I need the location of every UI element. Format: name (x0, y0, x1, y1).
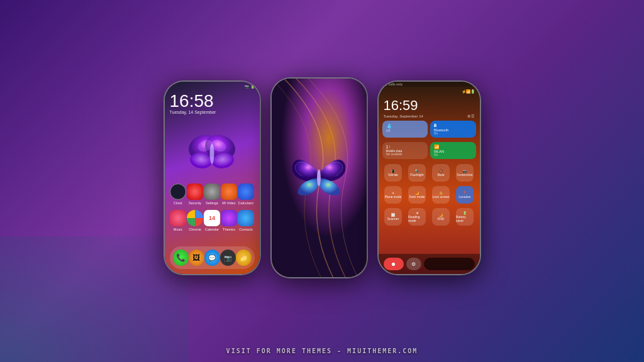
app-mivideo[interactable]: Mi Video (221, 184, 237, 205)
app-music[interactable]: Music (170, 210, 186, 231)
app-mivideo-label: Mi Video (222, 201, 235, 205)
contacts-icon (238, 210, 254, 226)
small-tiles-row-3: ⬜Scanner 👁Reading mode 🌙DND 🔋Battery sav… (379, 207, 480, 227)
app-contacts[interactable]: Contacts (238, 210, 254, 231)
watermark-text: VISIT FOR MORE THEMES - MIUITHEMER.COM (226, 348, 418, 354)
phone-left: 📷 🔋 16:58 Tuesday, 14 September (164, 80, 261, 275)
notification-text: ncy calls only (382, 82, 403, 86)
calendar-icon: 14 (204, 210, 220, 226)
tile-screenshot[interactable]: 📷Screenshot (456, 164, 474, 182)
app-themes-label: Themes (223, 228, 235, 231)
clock-icon (170, 184, 186, 200)
app-calculator-label: Calculator (238, 201, 254, 205)
small-tiles-row-1: 📳Vibrate 🔦Flashlight 🔕Mute 📷Screenshot (379, 163, 480, 183)
bottom-btn-slider[interactable] (424, 258, 475, 270)
quick-tiles-row-1: 💧 Off Ƀ Bluetooth On (379, 119, 480, 139)
small-tiles-row-2: ✈Plane mode 🌙Dark mode 🔒Lock screen 📍Loc… (379, 185, 480, 205)
dock-phone[interactable]: 📞 (173, 250, 189, 266)
quick-tile-bluetooth[interactable]: Ƀ Bluetooth On (430, 121, 476, 138)
clock-display-left: 16:58 (170, 92, 255, 110)
app-chrome[interactable]: Chrome (187, 210, 203, 231)
dock-gallery[interactable]: 🖼 (189, 250, 204, 266)
status-bar-left: 📷 🔋 (165, 82, 260, 90)
app-contacts-label: Contacts (239, 228, 253, 231)
tile-vibrate[interactable]: 📳Vibrate (384, 164, 402, 182)
phone-center (270, 77, 368, 278)
tile-mute[interactable]: 🔕Mute (432, 164, 450, 182)
date-display-left: Tuesday, 14 September (170, 110, 255, 114)
phone-right: ncy calls only ⚡📶🔋 16:59 Tuesday, Septem… (377, 80, 481, 275)
status-icons-right: ⚡📶🔋 (462, 89, 475, 94)
tile-battery-saver[interactable]: 🔋Battery saver (456, 208, 474, 226)
tile-reading-mode[interactable]: 👁Reading mode (408, 208, 426, 226)
app-settings[interactable]: Settings (204, 184, 220, 205)
chrome-icon (187, 210, 203, 226)
date-display-right: Tuesday, September 14 ⚙ ☰ (384, 114, 475, 118)
notification-bar-right: ncy calls only (379, 82, 480, 87)
app-row-1: Clock Security Settings Mi Video (170, 184, 255, 205)
quick-tile-mobile-data[interactable]: 1↑ Mobile data Not available (382, 142, 428, 159)
time-right: 16:59 Tuesday, September 14 ⚙ ☰ (379, 95, 480, 119)
butterfly-image-left (184, 132, 240, 176)
calculator-icon (238, 184, 254, 200)
tile-location[interactable]: 📍Location (456, 186, 474, 204)
themes-icon (221, 210, 237, 226)
tile-scanner[interactable]: ⬜Scanner (384, 208, 402, 226)
bottom-btn-record[interactable]: ⏺ (384, 258, 404, 270)
app-security-label: Security (189, 201, 201, 205)
quick-tiles-row-2: 1↑ Mobile data Not available 📶 WLAN On (379, 141, 480, 160)
app-grid-left: Clock Security Settings Mi Video (165, 184, 260, 236)
dock-messages[interactable]: 💬 (204, 250, 220, 266)
app-settings-label: Settings (206, 201, 218, 205)
app-row-2: Music Chrome 14 Calendar Themes (170, 210, 255, 231)
music-icon (170, 210, 186, 226)
dock-files[interactable]: 📁 (236, 250, 252, 266)
tile-flashlight[interactable]: 🔦Flashlight (408, 164, 426, 182)
tile-dnd[interactable]: 🌙DND (432, 208, 450, 226)
svg-point-8 (317, 170, 321, 187)
security-icon (187, 184, 203, 200)
app-calculator[interactable]: Calculator (238, 184, 254, 205)
app-clock-label: Clock (174, 201, 182, 205)
dock-left: 📞 🖼 💬 📷 📁 (170, 246, 255, 269)
quick-tile-wlan[interactable]: 📶 WLAN On (430, 142, 476, 159)
tile-plane-mode[interactable]: ✈Plane mode (384, 186, 402, 204)
app-security[interactable]: Security (187, 184, 203, 205)
app-calendar-label: Calendar (205, 228, 219, 231)
status-bar-right: ⚡📶🔋 (379, 87, 480, 95)
app-clock[interactable]: Clock (170, 184, 186, 205)
app-calendar[interactable]: 14 Calendar (204, 210, 220, 231)
app-music-label: Music (174, 228, 182, 231)
bottom-btn-settings[interactable]: ⚙ (406, 258, 421, 270)
time-left: 16:58 Tuesday, 14 September (165, 90, 260, 117)
app-themes[interactable]: Themes (221, 210, 237, 231)
quick-tile-wifi[interactable]: 💧 Off (382, 121, 428, 138)
settings-icon (204, 184, 220, 200)
tile-dark-mode[interactable]: 🌙Dark mode (408, 186, 426, 204)
clock-display-right: 16:59 (384, 97, 475, 114)
app-chrome-label: Chrome (189, 228, 201, 231)
dock-camera[interactable]: 📷 (220, 250, 236, 266)
bottom-bar-right: ⏺ ⚙ (379, 254, 480, 274)
tile-lock-screen[interactable]: 🔒Lock screen (432, 186, 450, 204)
mivideo-icon (221, 184, 237, 200)
butterfly-center (287, 148, 350, 202)
